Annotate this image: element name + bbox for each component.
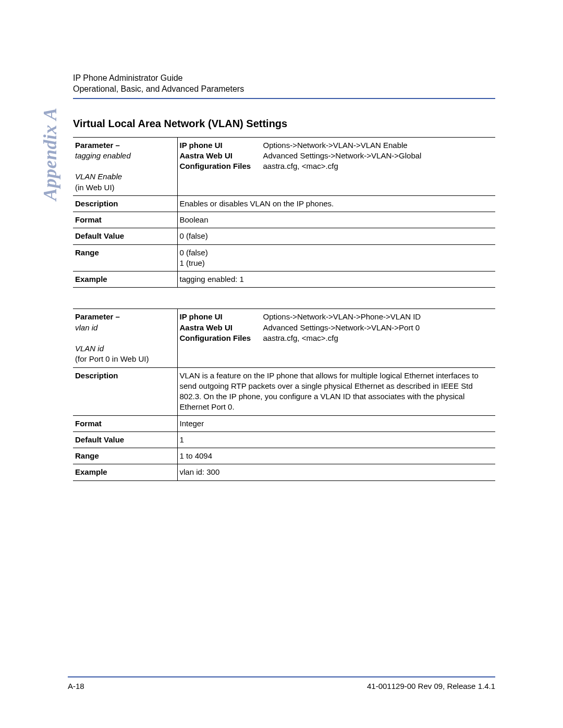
page-footer: A-18 41-001129-00 Rev 09, Release 1.4.1 (68, 676, 495, 690)
format-label: Format (73, 212, 177, 228)
description-value: VLAN is a feature on the IP phone that a… (177, 367, 495, 415)
header-divider (73, 98, 495, 99)
parameter-web-name-1: VLAN id (75, 344, 104, 353)
table-row: Example vlan id: 300 (73, 464, 495, 480)
example-label: Example (73, 464, 177, 480)
format-value: Integer (177, 415, 495, 431)
ip-phone-ui-path: Options->Network->VLAN->Phone->VLAN ID (263, 312, 492, 322)
table-row: Range 1 to 4094 (73, 448, 495, 464)
table-row: Description Enables or disables VLAN on … (73, 195, 495, 212)
page-header: IP Phone Administrator Guide Operational… (73, 73, 495, 95)
description-label: Description (73, 195, 177, 212)
footer-divider (68, 676, 495, 677)
aastra-web-ui-label: Aastra Web UI (180, 151, 263, 161)
table-row: Format Integer (73, 415, 495, 431)
example-value: vlan id: 300 (177, 464, 495, 480)
table-row: Parameter – vlan id VLAN id (for Port 0 … (73, 309, 495, 367)
header-line-1: IP Phone Administrator Guide (73, 73, 495, 84)
format-value: Boolean (177, 212, 495, 228)
table-row: Description VLAN is a feature on the IP … (73, 367, 495, 415)
default-value-value: 0 (false) (177, 228, 495, 244)
table-row: Range 0 (false) 1 (true) (73, 244, 495, 272)
description-label: Description (73, 367, 177, 415)
document-page: IP Phone Administrator Guide Operational… (0, 0, 563, 728)
table-row: Default Value 1 (73, 431, 495, 448)
parameter-config-name: tagging enabled (75, 151, 131, 160)
aastra-web-ui-path: Advanced Settings->Network->VLAN->Global (263, 151, 492, 161)
ip-phone-ui-label: IP phone UI (180, 312, 263, 322)
document-reference: 41-001129-00 Rev 09, Release 1.4.1 (367, 682, 495, 690)
table-row: Example tagging enabled: 1 (73, 272, 495, 288)
range-line-1: 0 (false) (180, 248, 492, 258)
range-label: Range (73, 448, 177, 464)
example-value: tagging enabled: 1 (177, 272, 495, 288)
description-value: Enables or disables VLAN on the IP phone… (177, 195, 495, 212)
parameter-label: Parameter (75, 141, 113, 150)
appendix-side-label: Appendix A (39, 107, 61, 201)
default-value-value: 1 (177, 431, 495, 448)
page-number: A-18 (68, 682, 84, 690)
header-line-2: Operational, Basic, and Advanced Paramet… (73, 84, 495, 95)
parameter-config-name: vlan id (75, 323, 97, 332)
aastra-web-ui-path: Advanced Settings->Network->VLAN->Port 0 (263, 323, 492, 333)
format-label: Format (73, 415, 177, 431)
parameter-label: Parameter (75, 312, 113, 321)
ip-phone-ui-label: IP phone UI (180, 140, 263, 151)
range-value: 1 to 4094 (177, 448, 495, 464)
parameter-web-name-2: (for Port 0 in Web UI) (75, 354, 149, 363)
parameter-table-1: Parameter – tagging enabled VLAN Enable … (73, 137, 495, 288)
config-files-path: aastra.cfg, <mac>.cfg (263, 333, 492, 343)
table-row: Format Boolean (73, 212, 495, 228)
table-row: Default Value 0 (false) (73, 228, 495, 244)
config-files-label: Configuration Files (180, 333, 263, 343)
parameter-web-name-1: VLAN Enable (75, 172, 122, 181)
config-files-path: aastra.cfg, <mac>.cfg (263, 161, 492, 171)
range-line-2: 1 (true) (180, 258, 492, 268)
example-label: Example (73, 272, 177, 288)
parameter-table-2: Parameter – vlan id VLAN id (for Port 0 … (73, 309, 495, 480)
section-title: Virtual Local Area Network (VLAN) Settin… (73, 118, 495, 130)
default-value-label: Default Value (73, 431, 177, 448)
range-label: Range (73, 244, 177, 272)
default-value-label: Default Value (73, 228, 177, 244)
parameter-web-name-2: (in Web UI) (75, 183, 115, 192)
aastra-web-ui-label: Aastra Web UI (180, 323, 263, 333)
ip-phone-ui-path: Options->Network->VLAN->VLAN Enable (263, 140, 492, 151)
config-files-label: Configuration Files (180, 161, 263, 171)
table-row: Parameter – tagging enabled VLAN Enable … (73, 137, 495, 195)
